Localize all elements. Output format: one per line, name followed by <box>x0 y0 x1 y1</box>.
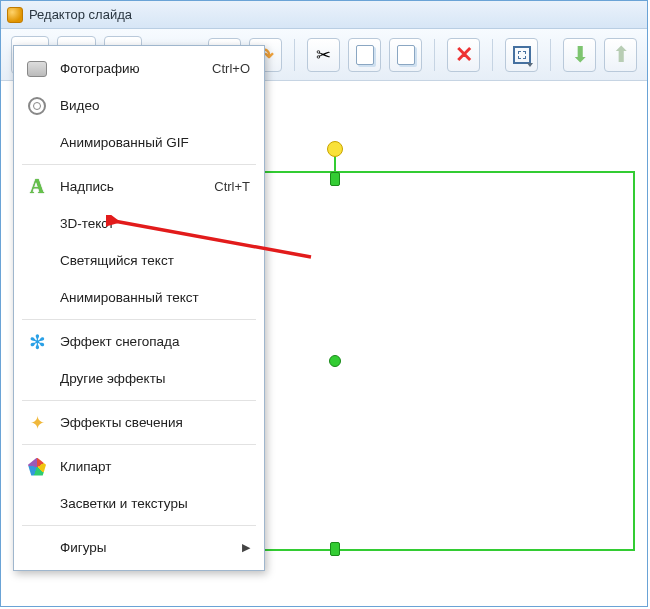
arrow-down-icon: ⬇ <box>571 44 589 66</box>
menu-item-shortcut: Ctrl+O <box>212 61 250 76</box>
delete-button[interactable]: ✕ <box>447 38 480 72</box>
move-up-button[interactable]: ⬆ <box>604 38 637 72</box>
menu-item-5[interactable]: 3D-текст <box>14 205 264 242</box>
menu-item-12[interactable]: ✦Эффекты свечения <box>14 404 264 441</box>
center-handle[interactable] <box>329 355 341 367</box>
copy-button[interactable] <box>348 38 381 72</box>
menu-item-label: Анимированный GIF <box>60 135 250 150</box>
move-down-button[interactable]: ⬇ <box>563 38 596 72</box>
menu-item-9[interactable]: ✻Эффект снегопада <box>14 323 264 360</box>
menu-item-17[interactable]: Фигуры▶ <box>14 529 264 566</box>
clip-icon-slot <box>24 458 50 476</box>
text-icon-slot: A <box>24 175 50 198</box>
add-dropdown-menu: ФотографиюCtrl+OВидеоАнимированный GIFAН… <box>13 45 265 571</box>
menu-item-15[interactable]: Засветки и текстуры <box>14 485 264 522</box>
menu-item-label: Надпись <box>60 179 204 194</box>
spark-icon-slot: ✦ <box>24 412 50 434</box>
menu-item-1[interactable]: Видео <box>14 87 264 124</box>
menu-item-4[interactable]: AНадписьCtrl+T <box>14 168 264 205</box>
menu-separator <box>22 164 256 165</box>
copy-icon <box>356 45 374 65</box>
menu-item-label: Анимированный текст <box>60 290 250 305</box>
menu-item-label: Светящийся текст <box>60 253 250 268</box>
paste-icon <box>397 45 415 65</box>
menu-item-label: Клипарт <box>60 459 250 474</box>
separator <box>550 39 551 71</box>
rotation-handle[interactable] <box>327 141 343 157</box>
menu-item-6[interactable]: Светящийся текст <box>14 242 264 279</box>
menu-item-label: Эффекты свечения <box>60 415 250 430</box>
menu-item-label: 3D-текст <box>60 216 250 231</box>
menu-item-label: Засветки и текстуры <box>60 496 250 511</box>
menu-item-label: Эффект снегопада <box>60 334 250 349</box>
menu-item-2[interactable]: Анимированный GIF <box>14 124 264 161</box>
menu-item-label: Фотографию <box>60 61 202 76</box>
delete-icon: ✕ <box>455 44 473 66</box>
menu-separator <box>22 400 256 401</box>
menu-item-label: Другие эффекты <box>60 371 250 386</box>
fit-screen-icon <box>513 46 531 64</box>
titlebar: Редактор слайда <box>1 1 647 29</box>
text-icon: A <box>30 175 44 198</box>
fit-button[interactable] <box>505 38 538 72</box>
menu-item-shortcut: Ctrl+T <box>214 179 250 194</box>
menu-separator <box>22 444 256 445</box>
video-icon-slot <box>24 97 50 115</box>
window-title: Редактор слайда <box>29 7 132 22</box>
menu-separator <box>22 525 256 526</box>
menu-item-label: Фигуры <box>60 540 232 555</box>
photo-icon <box>27 61 47 77</box>
video-icon <box>28 97 46 115</box>
resize-handle-top[interactable] <box>330 172 340 186</box>
menu-item-label: Видео <box>60 98 250 113</box>
photo-icon-slot <box>24 61 50 77</box>
scissors-icon: ✂ <box>316 44 331 66</box>
menu-separator <box>22 319 256 320</box>
resize-handle-bottom[interactable] <box>330 542 340 556</box>
submenu-arrow-icon: ▶ <box>242 541 250 554</box>
snow-icon-slot: ✻ <box>24 330 50 354</box>
menu-item-7[interactable]: Анимированный текст <box>14 279 264 316</box>
app-icon <box>7 7 23 23</box>
menu-item-0[interactable]: ФотографиюCtrl+O <box>14 50 264 87</box>
menu-item-14[interactable]: Клипарт <box>14 448 264 485</box>
menu-item-10[interactable]: Другие эффекты <box>14 360 264 397</box>
cut-button[interactable]: ✂ <box>307 38 340 72</box>
separator <box>294 39 295 71</box>
snowflake-icon: ✻ <box>29 330 46 354</box>
separator <box>434 39 435 71</box>
sparkle-icon: ✦ <box>30 412 45 434</box>
arrow-up-icon: ⬆ <box>612 44 630 66</box>
slide-editor-window: Редактор слайда ✻ ↶ ↷ ✂ ✕ ⬇ ⬆ Фотографию… <box>0 0 648 607</box>
paste-button[interactable] <box>389 38 422 72</box>
separator <box>492 39 493 71</box>
clipart-icon <box>28 458 46 476</box>
